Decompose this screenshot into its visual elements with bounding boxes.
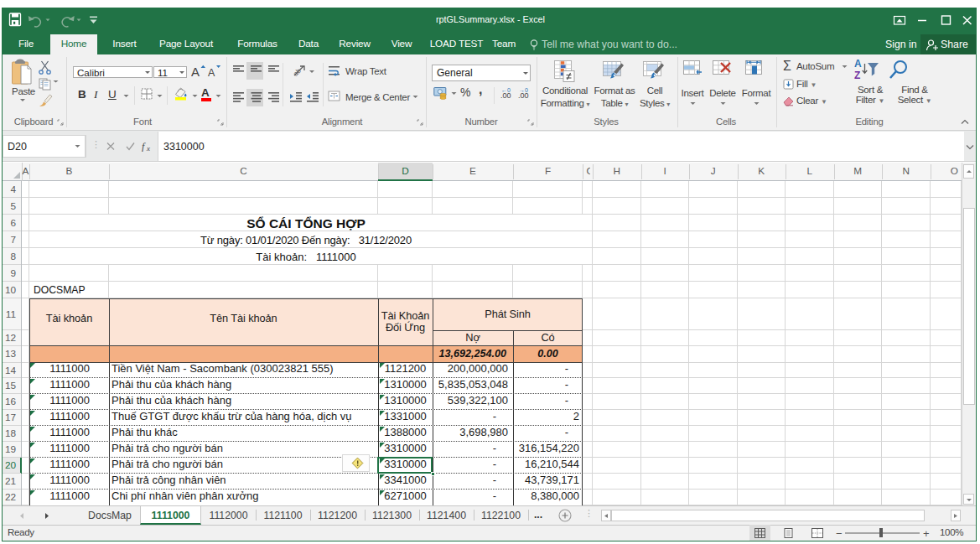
svg-text:A: A <box>191 65 200 79</box>
svg-text:Z: Z <box>854 70 860 81</box>
svg-text:f: f <box>142 142 146 152</box>
svg-text:→0: →0 <box>519 87 528 93</box>
svg-text:x: x <box>146 144 150 152</box>
svg-text:A: A <box>854 58 862 70</box>
svg-text:A: A <box>208 67 215 79</box>
svg-text:←0: ←0 <box>501 87 511 93</box>
